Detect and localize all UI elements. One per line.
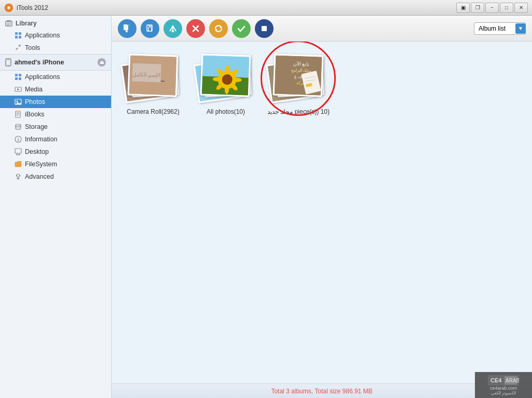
import-icon	[122, 24, 132, 33]
svg-rect-12	[16, 48, 18, 50]
svg-rect-35	[15, 149, 21, 153]
restore-btn[interactable]: ❐	[471, 3, 484, 13]
app-title: iTools 2012	[17, 4, 456, 11]
export-icon	[145, 24, 155, 33]
sidebar-item-tools[interactable]: Tools	[0, 42, 111, 54]
tools-icon	[15, 44, 22, 51]
sidebar-item-ibooks[interactable]: iBooks	[0, 108, 111, 121]
sidebar-item-storage[interactable]: Storage	[0, 121, 111, 133]
device-header: ahmed's iPhone ⏏	[0, 54, 111, 71]
iphone-icon	[5, 58, 11, 67]
toolbar: Album list Grid view List view ▼	[112, 16, 532, 42]
refresh-button[interactable]	[209, 19, 228, 38]
svg-rect-59	[262, 26, 267, 31]
grid-icon	[15, 32, 22, 39]
export-button[interactable]	[141, 19, 159, 38]
svg-text:CE4: CE4	[490, 377, 502, 383]
library-header[interactable]: Library	[0, 16, 111, 29]
delete-button[interactable]	[186, 19, 205, 38]
ibooks-icon	[15, 111, 22, 118]
photos-icon	[15, 98, 22, 105]
stop-button[interactable]	[255, 19, 274, 38]
stack-front: الإسم الكامل •••	[128, 54, 179, 97]
sidebar-item-photos[interactable]: Photos	[0, 96, 111, 108]
svg-point-13	[20, 46, 21, 47]
album-stack-arabic: تابع الآن وتلك البرامج تعرف ع لبركة	[267, 52, 330, 104]
titlebar: iTools 2012 ▣ ❐ − □ ✕	[0, 0, 532, 16]
sidebar-item-desktop[interactable]: Desktop	[0, 145, 111, 158]
sidebar-item-information[interactable]: Information	[0, 133, 111, 145]
watermark-arabic: الكمبيوتر الكفي	[491, 391, 516, 395]
app-icon	[4, 3, 13, 12]
library-icon	[5, 20, 12, 27]
svg-point-43	[19, 175, 20, 176]
album-select-wrapper: Album list Grid view List view ▼	[474, 22, 526, 35]
maximize-btn[interactable]: □	[500, 3, 513, 13]
sidebar-item-applications-lib[interactable]: Applications	[0, 29, 111, 42]
storage-icon	[15, 123, 22, 130]
album-camera-roll[interactable]: الإسم الكامل ••• Camera Roll(2962)	[122, 52, 184, 115]
advanced-icon	[15, 173, 22, 180]
svg-point-15	[8, 64, 9, 65]
svg-marker-54	[171, 31, 174, 33]
sidebar-item-applications-dev[interactable]: Applications	[0, 71, 111, 83]
svg-point-42	[16, 175, 17, 176]
import-button[interactable]	[118, 19, 137, 38]
sidebar-item-advanced[interactable]: Advanced	[0, 170, 111, 183]
watermark-url: ce4arab.com	[490, 386, 517, 391]
album-label-camera: Camera Roll(2962)	[127, 108, 179, 115]
watermark: CE4 ARAB ce4arab.com الكمبيوتر الكفي	[475, 372, 532, 398]
svg-rect-4	[7, 20, 11, 21]
svg-point-34	[18, 137, 19, 138]
svg-text:ARAB: ARAB	[506, 378, 519, 383]
share-icon	[168, 24, 178, 33]
monitor-btn[interactable]: ▣	[456, 3, 470, 13]
stack-front-ar: تابع الآن وتلك البرامج تعرف ع لبركة	[273, 54, 324, 97]
album-view-select[interactable]: Album list Grid view List view	[474, 22, 526, 35]
eject-button[interactable]: ⏏	[98, 58, 106, 67]
stop-icon	[260, 24, 269, 33]
info-icon	[15, 136, 22, 143]
sidebar-item-media[interactable]: Media	[0, 83, 111, 96]
album-all-photos[interactable]: All photos(10)	[195, 52, 257, 115]
status-text: Total 3 albums, Total size 986.91 MB	[271, 388, 372, 395]
share-button[interactable]	[163, 19, 182, 38]
svg-text:وتلك البرامج: وتلك البرامج	[291, 68, 312, 73]
svg-rect-44	[124, 24, 128, 30]
check-icon	[237, 24, 246, 33]
svg-rect-10	[15, 36, 18, 38]
desktop-icon	[15, 148, 22, 155]
album-stack-sunflower	[195, 52, 257, 104]
photos-grid: الإسم الكامل ••• Camera Roll(2962)	[112, 42, 532, 383]
media-icon	[15, 86, 22, 93]
minimize-btn[interactable]: −	[485, 3, 499, 13]
svg-rect-9	[19, 32, 21, 35]
svg-rect-62	[132, 63, 161, 83]
svg-marker-22	[17, 88, 20, 90]
main-container: Library Applications Tools	[0, 16, 532, 398]
svg-point-2	[8, 7, 10, 9]
svg-rect-20	[19, 77, 21, 80]
svg-rect-18	[19, 74, 21, 76]
folder-icon	[15, 161, 22, 168]
svg-text:•••: •••	[161, 79, 165, 83]
close-btn[interactable]: ✕	[514, 3, 528, 13]
apps-icon	[15, 73, 22, 81]
album-label-all: All photos(10)	[207, 108, 245, 115]
svg-marker-48	[125, 31, 128, 33]
delete-icon	[191, 24, 200, 33]
window-controls: ▣ ❐ − □ ✕	[456, 3, 528, 13]
watermark-logo: CE4 ARAB	[488, 375, 519, 386]
svg-rect-8	[15, 32, 18, 35]
sidebar-item-filesystem[interactable]: FileSystem	[0, 158, 111, 170]
album-label-new-folder: مجلد جديد piece(s)) 10)	[267, 108, 330, 115]
content-area: Album list Grid view List view ▼	[112, 16, 532, 398]
album-stack-camera: الإسم الكامل •••	[122, 52, 184, 104]
album-new-folder[interactable]: تابع الآن وتلك البرامج تعرف ع لبركة مجلد…	[267, 52, 330, 115]
svg-rect-11	[19, 36, 21, 38]
svg-marker-25	[16, 102, 21, 104]
sidebar: Library Applications Tools	[0, 16, 112, 398]
svg-rect-19	[15, 77, 18, 80]
check-button[interactable]	[232, 19, 251, 38]
stack-front-sun	[200, 54, 251, 97]
